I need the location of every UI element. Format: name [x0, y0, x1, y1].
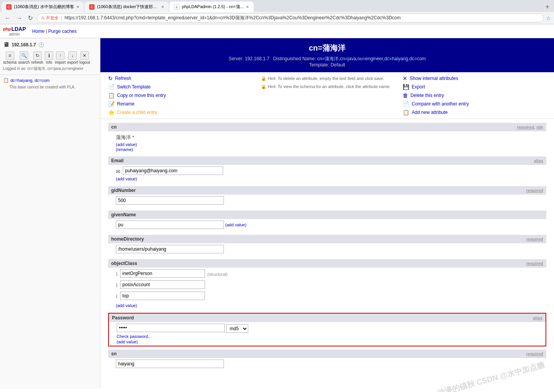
password-scheme-select[interactable]: md5shasshacryptplain — [226, 324, 248, 333]
url-bar-container: ⚠ 不安全 | — [37, 14, 544, 22]
attr-input-oc[interactable] — [120, 269, 205, 278]
tab-close[interactable]: × — [246, 4, 249, 10]
attr-meta: required — [526, 188, 543, 193]
attr-meta: required — [526, 351, 543, 356]
dn-label-text: Distinguished Name: — [273, 56, 316, 61]
tab-close[interactable]: × — [161, 4, 164, 10]
schema-icon: ≡ — [6, 51, 14, 60]
import-icon: ↑ — [56, 51, 64, 60]
attr-links: (add value)(rename) — [116, 142, 543, 152]
attr-row-sn: sn required — [108, 350, 546, 371]
oc-info-icon[interactable]: ℹ — [116, 294, 118, 299]
attr-link[interactable]: (rename) — [116, 147, 543, 152]
action-show-internal[interactable]: ✕Show internal attributes — [403, 75, 546, 81]
attr-name: objectClass — [111, 261, 137, 266]
oc-info-icon[interactable]: ℹ — [116, 282, 118, 288]
action-switch-template[interactable]: 📄Switch Template — [108, 84, 252, 90]
back-button[interactable]: ← — [3, 14, 12, 22]
sidebar-tool-logout[interactable]: ✕ logout — [80, 51, 90, 64]
sidebar-tool-schema[interactable]: ≡ schema — [3, 51, 17, 64]
attr-header: cn required, rdn — [108, 123, 546, 131]
sidebar-tool-import[interactable]: ↑ import — [55, 51, 66, 64]
attr-link[interactable]: (add value) — [116, 142, 543, 147]
action-add-attr[interactable]: 📋Add new attribute — [403, 109, 546, 115]
attr-header: Password alias — [109, 314, 546, 322]
attr-values: (add value) — [108, 219, 546, 232]
sidebar-tree-entry[interactable]: 📋 dc=haiyang, dc=com — [0, 76, 100, 84]
url-input[interactable] — [64, 15, 539, 21]
action-export[interactable]: 💾Export — [403, 84, 546, 90]
app-nav: Home | Purge caches — [29, 28, 80, 35]
attr-row-givenname: givenName (add value) — [108, 210, 546, 232]
hint: 🔒Hint: To view the schema for an attribu… — [259, 83, 403, 89]
server-clock-icon: 🕐 — [38, 42, 44, 48]
browser-tabs: C (1060条消息) 水中加点糖的博客 × C (1060条消息) docke… — [0, 0, 554, 12]
bookmark-button[interactable]: ☆ — [546, 15, 551, 21]
oc-info-icon[interactable]: ℹ — [116, 271, 118, 277]
action-refresh[interactable]: ↻Refresh — [108, 75, 252, 81]
attr-input-gidnumber[interactable] — [116, 196, 224, 205]
switch-template-icon: 📄 — [108, 84, 115, 90]
sidebar-tool-refresh[interactable]: ↻ refresh — [31, 51, 43, 64]
attr-name: givenName — [111, 212, 136, 217]
action-delete[interactable]: 🗑Delete this entry — [403, 92, 546, 98]
attr-values — [108, 358, 546, 371]
browser-tab-tab2[interactable]: C (1060条消息) docker下快速部署... × — [85, 2, 169, 12]
security-warning: ⚠ 不安全 — [41, 15, 59, 21]
attr-link-Checkpassword[interactable]: Check password... — [117, 334, 542, 339]
copy-move-label: Copy or move this entry — [117, 93, 166, 98]
nav-purge[interactable]: Purge caches — [48, 29, 76, 34]
sidebar-tool-search[interactable]: 🔍 search — [18, 51, 30, 64]
action-rename[interactable]: 📝Rename — [108, 101, 252, 107]
browser-tab-tab3[interactable]: L phpLDAPadmin (1.2.5) - cn=蒲... × — [169, 2, 253, 12]
logo-php: php — [3, 27, 11, 31]
add-attr-label: Add new attribute — [412, 110, 447, 115]
action-copy-move[interactable]: 📋Copy or move this entry — [108, 92, 252, 98]
sidebar-divider — [0, 75, 100, 75]
forward-button[interactable]: → — [15, 14, 24, 22]
action-create-child[interactable]: ⭐Create a child entry — [108, 109, 252, 115]
action-compare[interactable]: 📄Compare with another entry — [403, 101, 546, 107]
schema-label: schema — [3, 60, 17, 64]
attr-input-homedirectory[interactable] — [116, 245, 224, 253]
sidebar-logged: Logged in as: cn=蒲海洋, cn=java,ou=enginee… — [0, 66, 100, 73]
nav-home[interactable]: Home — [32, 29, 44, 34]
info-label: info — [46, 60, 52, 64]
attr-input-email[interactable] — [123, 166, 223, 175]
rename-label: Rename — [117, 101, 134, 107]
attr-input-oc[interactable] — [120, 292, 205, 300]
dn-value: cn=蒲海洋,cn=java,ou=engineer,dc=haiyang,dc… — [317, 56, 426, 61]
new-tab-button[interactable]: + — [542, 2, 552, 12]
create-child-label: Create a child entry — [117, 110, 157, 115]
attr-header: Email alias — [108, 156, 546, 165]
entry-icon: 📋 — [3, 78, 9, 83]
attr-values: 蒲海洋 * (add value)(rename) — [108, 131, 546, 153]
attr-add-link[interactable]: (add value) — [116, 176, 137, 181]
attr-row-password: Password alias md5shasshacryptplain Chec… — [108, 313, 546, 346]
attr-input-oc[interactable] — [120, 280, 205, 289]
show-internal-icon: ✕ — [403, 75, 407, 81]
attr-name: sn — [111, 351, 117, 356]
attr-input-row: ✉ — [116, 166, 543, 176]
reload-button[interactable]: ↻ — [26, 14, 34, 22]
delete-label: Delete this entry — [410, 93, 444, 98]
attr-link-addvalue[interactable]: (add value) — [117, 339, 542, 344]
tab-close[interactable]: × — [76, 4, 80, 10]
attr-input-sn[interactable] — [116, 360, 224, 368]
refresh-icon: ↻ — [33, 51, 42, 60]
sidebar-tool-info[interactable]: ℹ info — [45, 51, 53, 64]
attr-input-givenname[interactable] — [116, 221, 224, 229]
oc-row: ℹ — [116, 280, 543, 290]
attr-row-email: Email alias ✉ (add value) — [108, 156, 546, 183]
attr-input-password[interactable] — [117, 324, 225, 332]
sidebar-tool-export[interactable]: ↓ export — [67, 51, 78, 64]
attr-values — [108, 195, 546, 207]
browser-tab-tab1[interactable]: C (1060条消息) 水中加点糖的博客 × — [2, 2, 84, 12]
attr-add-link[interactable]: (add value) — [225, 222, 246, 227]
template-label-text: Template: — [309, 62, 329, 68]
attr-add-link[interactable]: (add value) — [116, 303, 137, 308]
hint-text: Hint: To view the schema for an attribut… — [268, 84, 391, 89]
url-separator: | — [61, 15, 62, 21]
show-internal-label: Show internal attributes — [410, 76, 458, 81]
logo-admin: admin — [9, 32, 20, 36]
